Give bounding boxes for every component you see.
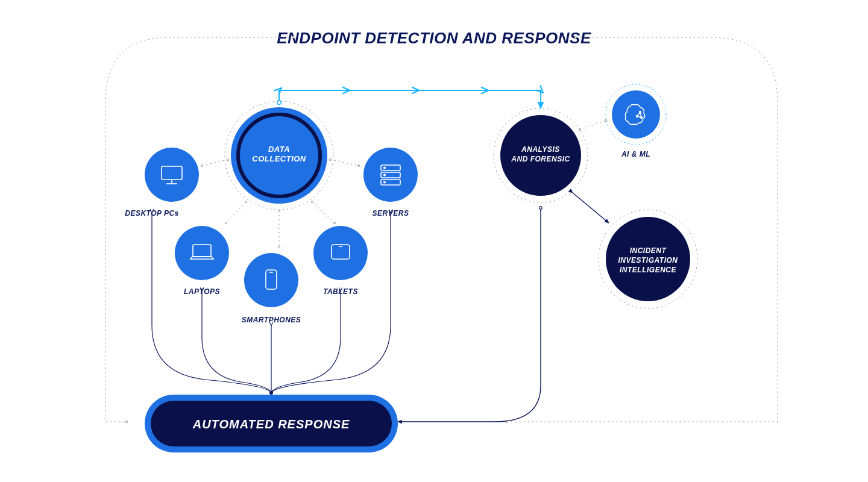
edge-analysis-to-response bbox=[398, 208, 541, 422]
svg-text:DATA: DATA bbox=[268, 145, 290, 154]
node-incident-intel: INCIDENT INVESTIGATION INTELLIGENCE bbox=[599, 210, 697, 308]
edge-analysis-incident bbox=[573, 193, 609, 223]
node-analysis-forensic: ANALYSIS AND FORENSIC bbox=[494, 108, 588, 202]
svg-point-33 bbox=[384, 174, 386, 176]
svg-text:LAPTOPS: LAPTOPS bbox=[184, 287, 220, 296]
svg-text:INTELLIGENCE: INTELLIGENCE bbox=[620, 266, 676, 274]
svg-text:AND FORENSIC: AND FORENSIC bbox=[511, 155, 570, 163]
flow-data-to-analysis bbox=[279, 90, 541, 108]
node-tablets: TABLETS bbox=[313, 226, 368, 296]
node-ai-ml: AI & ML bbox=[606, 84, 666, 158]
node-desktop-pcs: DESKTOP PCs bbox=[125, 148, 199, 218]
svg-text:ANALYSIS: ANALYSIS bbox=[521, 145, 560, 154]
svg-point-23 bbox=[145, 148, 199, 202]
svg-text:SERVERS: SERVERS bbox=[373, 209, 409, 218]
node-smartphones: SMARTPHONES bbox=[242, 253, 301, 324]
svg-text:COLLECTION: COLLECTION bbox=[252, 154, 306, 163]
svg-text:INVESTIGATION: INVESTIGATION bbox=[618, 256, 678, 264]
svg-point-39 bbox=[313, 226, 368, 280]
svg-text:TABLETS: TABLETS bbox=[323, 287, 358, 296]
merge-dot bbox=[269, 391, 273, 395]
svg-text:AI & ML: AI & ML bbox=[621, 150, 650, 158]
svg-point-34 bbox=[384, 181, 386, 183]
node-servers: SERVERS bbox=[363, 148, 418, 218]
svg-text:SMARTPHONES: SMARTPHONES bbox=[242, 316, 301, 324]
svg-text:DESKTOP PCs: DESKTOP PCs bbox=[125, 209, 179, 218]
svg-point-32 bbox=[384, 167, 386, 169]
node-data-collection: DATA COLLECTION bbox=[225, 101, 333, 210]
node-laptops: LAPTOPS bbox=[175, 226, 229, 296]
svg-point-13 bbox=[612, 90, 660, 139]
svg-text:AUTOMATED RESPONSE: AUTOMATED RESPONSE bbox=[192, 418, 350, 431]
svg-text:INCIDENT: INCIDENT bbox=[630, 246, 667, 255]
node-automated-response: AUTOMATED RESPONSE bbox=[145, 395, 398, 452]
edr-diagram: ENDPOINT DETECTION AND RESPONSE DATA COL… bbox=[0, 0, 868, 482]
svg-point-36 bbox=[175, 226, 229, 280]
svg-point-43 bbox=[244, 253, 298, 307]
page-title: ENDPOINT DETECTION AND RESPONSE bbox=[277, 29, 591, 47]
svg-point-28 bbox=[363, 148, 418, 202]
